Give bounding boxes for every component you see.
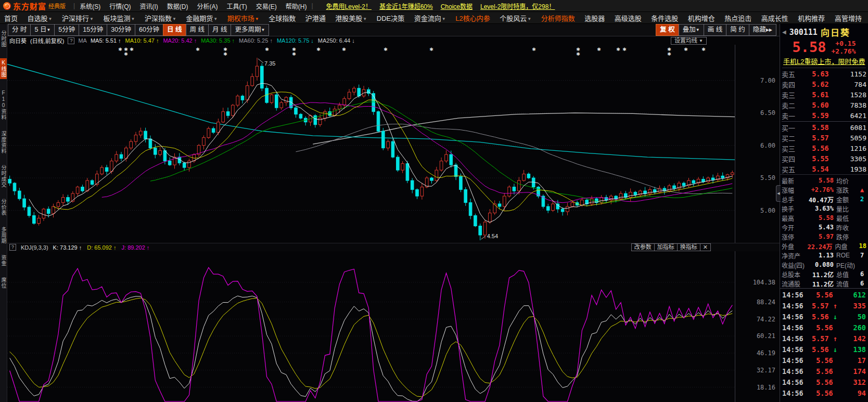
ma-value: MA60: 5.25 ↑ [239, 37, 273, 44]
nav-item[interactable]: 金融期货▼ [186, 13, 218, 23]
display-button[interactable]: 复 权 [656, 24, 679, 36]
period-button[interactable]: 更多周期▼ [231, 24, 269, 36]
promo-link[interactable]: Choice数据 [441, 2, 473, 10]
period-button[interactable]: 日 线 [163, 24, 186, 36]
menu-item[interactable]: 系统(S) [80, 2, 100, 10]
menu-item[interactable]: 帮助(H) [286, 2, 307, 10]
stat-label: 今开 [782, 223, 796, 232]
main-candlestick-chart[interactable]: 7.006.506.005.505.00✱✱✱✱✱✱✱✱✱✱✱✱✱✱✱✱✱✱✱✱… [7, 45, 780, 243]
svg-text:✱: ✱ [118, 47, 122, 52]
period-button[interactable]: 分 时 [8, 24, 31, 36]
svg-text:60.21: 60.21 [757, 332, 775, 340]
nav-item[interactable]: 高级选股 [615, 13, 642, 23]
nav-item[interactable]: 机构推荐 [798, 13, 825, 23]
nav-item[interactable]: 选股器 [584, 13, 605, 23]
nav-item[interactable]: 条件选股 [651, 13, 678, 23]
order-book-row[interactable]: 买三5.561216 [782, 143, 866, 153]
period-button[interactable]: 60分钟 [135, 24, 163, 36]
nav-item[interactable]: 高管增持 [835, 13, 862, 23]
sidebar-item[interactable]: 席位 [0, 277, 7, 289]
sidebar-item[interactable]: 分价表 [0, 199, 7, 216]
menu-item[interactable]: 分析(A) [197, 2, 218, 10]
nav-item[interactable]: 首页 [4, 13, 18, 23]
indicator-button[interactable]: 换指标 [677, 243, 700, 251]
tick-time: 14:56 [782, 291, 807, 299]
stat-value: 11.2亿 [800, 279, 834, 288]
ma-settings-button[interactable]: 设置均线 ▼ [671, 37, 707, 45]
nav-item[interactable]: 个股风云▼ [500, 13, 531, 23]
nav-item[interactable]: 沪深排行▼ [62, 13, 94, 23]
kdj-value: K: 73.129 ↑ [53, 244, 82, 251]
help-icon[interactable]: ? [9, 244, 16, 251]
sidebar-item[interactable]: 资金 [0, 255, 7, 266]
nav-item[interactable]: 分析师指数 [541, 13, 575, 23]
indicator-button[interactable]: 改参数 [631, 243, 655, 251]
menu-item[interactable]: 数据(D) [167, 2, 188, 10]
promo-link[interactable]: Level-2限时特惠，仅298！ [480, 2, 555, 10]
display-button[interactable]: 叠加▼ [679, 24, 704, 36]
menu-item[interactable]: 行情(Q) [109, 2, 131, 10]
order-book-row[interactable]: 卖三5.611528 [782, 89, 866, 100]
order-book-row[interactable]: 买五5.541938 [782, 164, 866, 174]
promo-link[interactable]: 基金近1年赚超60% [379, 2, 433, 10]
sidebar-item[interactable]: K线图 [0, 58, 7, 79]
svg-text:✱: ✱ [597, 47, 601, 52]
sidebar-item[interactable]: 深度资料 [0, 131, 7, 154]
nav-item[interactable]: 资金流向▼ [414, 13, 446, 23]
order-book-row[interactable]: 卖五5.631152 [782, 69, 866, 79]
nav-item[interactable]: L2核心内参 [455, 13, 490, 23]
order-book-row[interactable]: 买一5.586081 [782, 122, 866, 133]
stat-label: 总值 [836, 270, 860, 279]
menu-item[interactable]: 资讯(I) [139, 2, 158, 10]
collapse-left-icon[interactable]: ◀ [782, 29, 786, 35]
promo-link[interactable]: 免费用Level-2！ [326, 2, 372, 10]
order-book-row[interactable]: 卖四5.62784 [782, 79, 866, 89]
sidebar-item[interactable]: 分时成交 [0, 165, 7, 188]
nav-item[interactable]: 沪深指数▼ [145, 13, 176, 23]
period-button[interactable]: 15分钟 [79, 24, 107, 36]
tick-row: 14:565.56 17 [782, 355, 866, 366]
period-button[interactable]: 5分钟 [54, 24, 79, 36]
nav-item[interactable]: 高成长性 [761, 13, 788, 23]
tick-row: 14:565.56 612 [782, 289, 866, 300]
period-button[interactable]: 月 线 [208, 24, 231, 36]
order-book-row[interactable]: 买二5.575059 [782, 133, 866, 143]
level-volume: 784 [839, 81, 866, 88]
nav-item[interactable]: 热点追击 [724, 13, 751, 23]
period-button[interactable]: 5 日▼ [30, 24, 55, 36]
kdj-indicator-chart[interactable]: 104.3888.2474.2260.2146.1932.1718.16 [7, 251, 780, 402]
close-icon[interactable]: ✕ [700, 243, 711, 251]
display-button[interactable]: 画 线 [704, 24, 726, 36]
nav-item[interactable]: 港股美股▼ [335, 13, 367, 23]
svg-text:7.35: 7.35 [264, 60, 275, 67]
panel-collapse-handle[interactable]: ◀ [776, 185, 781, 202]
tick-time: 14:56 [782, 302, 807, 310]
nav-item[interactable]: 沪港通 [305, 13, 326, 23]
nav-item[interactable]: 机构增仓 [688, 13, 715, 23]
nav-item[interactable]: DDE决策 [377, 13, 404, 23]
menu-item[interactable]: 工具(T) [226, 2, 247, 10]
period-button[interactable]: 30分钟 [107, 24, 135, 36]
indicator-button[interactable]: 加指标 [654, 243, 678, 251]
nav-item[interactable]: 自选股▼ [28, 13, 53, 23]
help-icon[interactable]: ? [68, 37, 74, 44]
sidebar-item[interactable]: F10资料 [0, 90, 7, 120]
stat-value: 22.24万 [796, 242, 833, 251]
stat-label: 流通股 [782, 279, 800, 288]
nav-item[interactable]: 板块监测▼ [103, 13, 135, 23]
tick-price: 5.56 ↓ [807, 345, 842, 354]
order-book-row[interactable]: 卖二5.607838 [782, 100, 866, 110]
order-book-row[interactable]: 卖一5.596421 [782, 110, 866, 121]
display-button[interactable]: 隐藏▶▶ [749, 24, 776, 36]
nav-item[interactable]: 全球指数 [269, 13, 296, 23]
menu-item[interactable]: 交易(E) [256, 2, 277, 10]
display-button[interactable]: 简 约 [726, 24, 749, 36]
nav-item[interactable]: 期权市场▼ [227, 13, 259, 23]
stat-value: 0.080 [805, 261, 834, 268]
promo-banner-link[interactable]: 手机L2重磅上市，限时免费 [782, 56, 866, 68]
sidebar-item[interactable]: 分时图 [0, 30, 7, 47]
tick-row: 14:565.56 ↓50 [782, 311, 866, 322]
period-button[interactable]: 周 线 [186, 24, 209, 36]
order-book-row[interactable]: 买四5.553305 [782, 153, 866, 164]
sidebar-item[interactable]: 多周期 [0, 227, 7, 244]
